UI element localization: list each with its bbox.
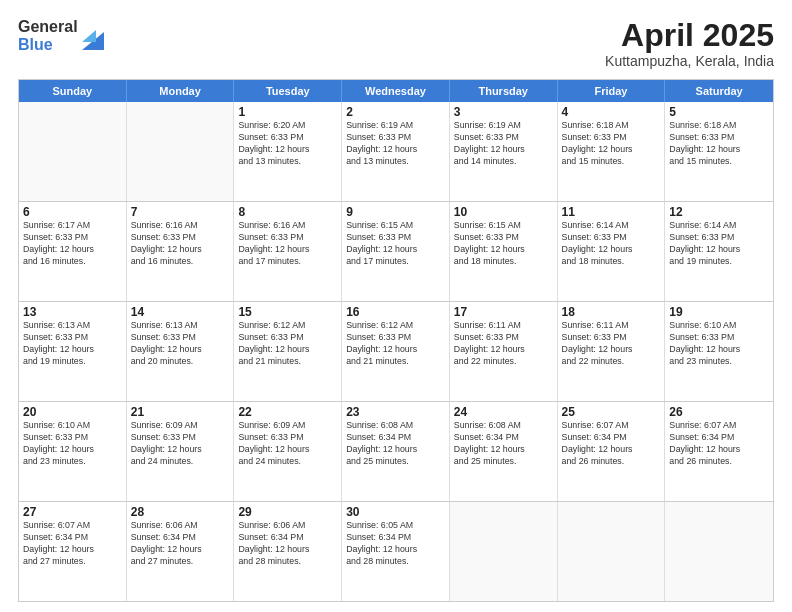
calendar-cell: 20Sunrise: 6:10 AM Sunset: 6:33 PM Dayli…	[19, 402, 127, 501]
day-number: 12	[669, 205, 769, 219]
day-number: 1	[238, 105, 337, 119]
calendar-row: 1Sunrise: 6:20 AM Sunset: 6:33 PM Daylig…	[19, 102, 773, 201]
title-section: April 2025 Kuttampuzha, Kerala, India	[605, 18, 774, 69]
day-number: 30	[346, 505, 445, 519]
day-info: Sunrise: 6:18 AM Sunset: 6:33 PM Dayligh…	[669, 120, 769, 168]
calendar-cell: 25Sunrise: 6:07 AM Sunset: 6:34 PM Dayli…	[558, 402, 666, 501]
weekday-header: Wednesday	[342, 80, 450, 102]
weekday-header: Thursday	[450, 80, 558, 102]
calendar-cell: 10Sunrise: 6:15 AM Sunset: 6:33 PM Dayli…	[450, 202, 558, 301]
day-number: 27	[23, 505, 122, 519]
day-info: Sunrise: 6:15 AM Sunset: 6:33 PM Dayligh…	[346, 220, 445, 268]
day-info: Sunrise: 6:14 AM Sunset: 6:33 PM Dayligh…	[669, 220, 769, 268]
calendar-cell: 7Sunrise: 6:16 AM Sunset: 6:33 PM Daylig…	[127, 202, 235, 301]
day-number: 7	[131, 205, 230, 219]
day-number: 9	[346, 205, 445, 219]
day-info: Sunrise: 6:05 AM Sunset: 6:34 PM Dayligh…	[346, 520, 445, 568]
calendar-row: 20Sunrise: 6:10 AM Sunset: 6:33 PM Dayli…	[19, 401, 773, 501]
calendar-cell: 11Sunrise: 6:14 AM Sunset: 6:33 PM Dayli…	[558, 202, 666, 301]
day-info: Sunrise: 6:11 AM Sunset: 6:33 PM Dayligh…	[562, 320, 661, 368]
calendar-cell: 26Sunrise: 6:07 AM Sunset: 6:34 PM Dayli…	[665, 402, 773, 501]
calendar-cell: 21Sunrise: 6:09 AM Sunset: 6:33 PM Dayli…	[127, 402, 235, 501]
day-number: 20	[23, 405, 122, 419]
calendar-cell	[450, 502, 558, 601]
calendar-cell: 29Sunrise: 6:06 AM Sunset: 6:34 PM Dayli…	[234, 502, 342, 601]
day-info: Sunrise: 6:09 AM Sunset: 6:33 PM Dayligh…	[238, 420, 337, 468]
day-number: 24	[454, 405, 553, 419]
day-number: 5	[669, 105, 769, 119]
day-number: 11	[562, 205, 661, 219]
calendar-cell: 22Sunrise: 6:09 AM Sunset: 6:33 PM Dayli…	[234, 402, 342, 501]
calendar-cell: 5Sunrise: 6:18 AM Sunset: 6:33 PM Daylig…	[665, 102, 773, 201]
calendar-cell: 18Sunrise: 6:11 AM Sunset: 6:33 PM Dayli…	[558, 302, 666, 401]
day-number: 15	[238, 305, 337, 319]
day-info: Sunrise: 6:14 AM Sunset: 6:33 PM Dayligh…	[562, 220, 661, 268]
day-number: 8	[238, 205, 337, 219]
day-number: 28	[131, 505, 230, 519]
day-info: Sunrise: 6:12 AM Sunset: 6:33 PM Dayligh…	[238, 320, 337, 368]
day-number: 18	[562, 305, 661, 319]
calendar-cell	[558, 502, 666, 601]
day-info: Sunrise: 6:06 AM Sunset: 6:34 PM Dayligh…	[238, 520, 337, 568]
weekday-header: Monday	[127, 80, 235, 102]
day-number: 19	[669, 305, 769, 319]
calendar-row: 13Sunrise: 6:13 AM Sunset: 6:33 PM Dayli…	[19, 301, 773, 401]
calendar-cell: 14Sunrise: 6:13 AM Sunset: 6:33 PM Dayli…	[127, 302, 235, 401]
calendar-cell	[19, 102, 127, 201]
calendar-cell	[127, 102, 235, 201]
day-number: 26	[669, 405, 769, 419]
calendar-cell: 8Sunrise: 6:16 AM Sunset: 6:33 PM Daylig…	[234, 202, 342, 301]
day-info: Sunrise: 6:17 AM Sunset: 6:33 PM Dayligh…	[23, 220, 122, 268]
calendar-cell: 27Sunrise: 6:07 AM Sunset: 6:34 PM Dayli…	[19, 502, 127, 601]
day-number: 10	[454, 205, 553, 219]
svg-marker-1	[82, 30, 96, 42]
calendar-cell: 3Sunrise: 6:19 AM Sunset: 6:33 PM Daylig…	[450, 102, 558, 201]
day-number: 4	[562, 105, 661, 119]
day-number: 23	[346, 405, 445, 419]
day-number: 14	[131, 305, 230, 319]
day-info: Sunrise: 6:16 AM Sunset: 6:33 PM Dayligh…	[238, 220, 337, 268]
page: General Blue April 2025 Kuttampuzha, Ker…	[0, 0, 792, 612]
day-info: Sunrise: 6:09 AM Sunset: 6:33 PM Dayligh…	[131, 420, 230, 468]
calendar-cell: 28Sunrise: 6:06 AM Sunset: 6:34 PM Dayli…	[127, 502, 235, 601]
calendar-header: SundayMondayTuesdayWednesdayThursdayFrid…	[19, 80, 773, 102]
weekday-header: Friday	[558, 80, 666, 102]
day-number: 21	[131, 405, 230, 419]
day-info: Sunrise: 6:19 AM Sunset: 6:33 PM Dayligh…	[454, 120, 553, 168]
calendar-cell: 19Sunrise: 6:10 AM Sunset: 6:33 PM Dayli…	[665, 302, 773, 401]
calendar-cell: 2Sunrise: 6:19 AM Sunset: 6:33 PM Daylig…	[342, 102, 450, 201]
day-number: 17	[454, 305, 553, 319]
day-info: Sunrise: 6:15 AM Sunset: 6:33 PM Dayligh…	[454, 220, 553, 268]
calendar-cell: 24Sunrise: 6:08 AM Sunset: 6:34 PM Dayli…	[450, 402, 558, 501]
day-number: 2	[346, 105, 445, 119]
calendar-cell: 9Sunrise: 6:15 AM Sunset: 6:33 PM Daylig…	[342, 202, 450, 301]
day-number: 16	[346, 305, 445, 319]
day-info: Sunrise: 6:08 AM Sunset: 6:34 PM Dayligh…	[454, 420, 553, 468]
calendar-cell: 1Sunrise: 6:20 AM Sunset: 6:33 PM Daylig…	[234, 102, 342, 201]
logo-general: General	[18, 18, 78, 36]
location-subtitle: Kuttampuzha, Kerala, India	[605, 53, 774, 69]
calendar-cell: 30Sunrise: 6:05 AM Sunset: 6:34 PM Dayli…	[342, 502, 450, 601]
day-info: Sunrise: 6:07 AM Sunset: 6:34 PM Dayligh…	[669, 420, 769, 468]
day-info: Sunrise: 6:13 AM Sunset: 6:33 PM Dayligh…	[23, 320, 122, 368]
day-info: Sunrise: 6:18 AM Sunset: 6:33 PM Dayligh…	[562, 120, 661, 168]
calendar-cell: 16Sunrise: 6:12 AM Sunset: 6:33 PM Dayli…	[342, 302, 450, 401]
month-title: April 2025	[605, 18, 774, 53]
day-number: 3	[454, 105, 553, 119]
header: General Blue April 2025 Kuttampuzha, Ker…	[18, 18, 774, 69]
calendar: SundayMondayTuesdayWednesdayThursdayFrid…	[18, 79, 774, 602]
day-info: Sunrise: 6:08 AM Sunset: 6:34 PM Dayligh…	[346, 420, 445, 468]
weekday-header: Tuesday	[234, 80, 342, 102]
logo: General Blue	[18, 18, 104, 53]
day-info: Sunrise: 6:19 AM Sunset: 6:33 PM Dayligh…	[346, 120, 445, 168]
day-info: Sunrise: 6:06 AM Sunset: 6:34 PM Dayligh…	[131, 520, 230, 568]
calendar-row: 6Sunrise: 6:17 AM Sunset: 6:33 PM Daylig…	[19, 201, 773, 301]
logo-text: General Blue	[18, 18, 78, 53]
day-info: Sunrise: 6:16 AM Sunset: 6:33 PM Dayligh…	[131, 220, 230, 268]
day-info: Sunrise: 6:12 AM Sunset: 6:33 PM Dayligh…	[346, 320, 445, 368]
calendar-cell: 23Sunrise: 6:08 AM Sunset: 6:34 PM Dayli…	[342, 402, 450, 501]
day-info: Sunrise: 6:10 AM Sunset: 6:33 PM Dayligh…	[23, 420, 122, 468]
day-number: 22	[238, 405, 337, 419]
day-number: 6	[23, 205, 122, 219]
day-number: 25	[562, 405, 661, 419]
